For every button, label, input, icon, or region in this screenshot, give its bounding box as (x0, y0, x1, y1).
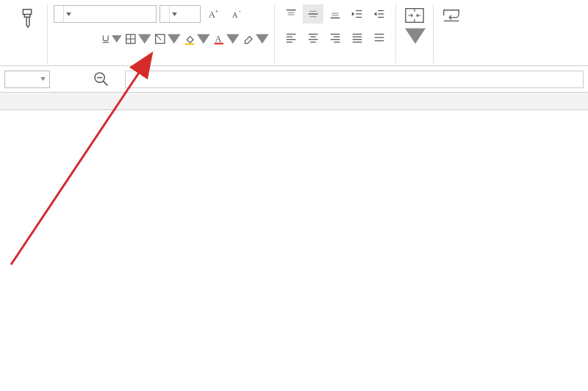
underline-button[interactable] (101, 29, 121, 49)
formula-input[interactable] (125, 71, 584, 88)
distribute-button[interactable] (369, 28, 390, 47)
svg-text:A: A (215, 34, 222, 44)
font-name-dropdown-icon (63, 6, 74, 22)
formula-bar (0, 66, 588, 93)
bold-button[interactable] (54, 29, 74, 49)
svg-text:A: A (209, 10, 215, 20)
align-middle-icon (306, 7, 320, 21)
svg-rect-9 (185, 43, 194, 45)
group-merge (396, 4, 434, 63)
name-box-dropdown-icon (37, 77, 48, 81)
paintbrush-icon (16, 7, 38, 29)
decrease-font-button[interactable]: A - (227, 4, 248, 24)
increase-indent-button[interactable] (369, 4, 390, 24)
svg-text:A: A (232, 10, 238, 19)
chevron-down-icon (168, 32, 181, 46)
align-bottom-icon (329, 7, 342, 21)
chevron-down-icon (112, 32, 122, 46)
borders-button[interactable] (124, 29, 151, 49)
eraser-button[interactable] (242, 29, 268, 49)
svg-text:+: + (215, 8, 218, 15)
wrap-text-icon (441, 6, 462, 25)
cell-style-icon (154, 32, 167, 46)
group-clipboard (7, 4, 48, 63)
decrease-font-icon: A - (231, 7, 244, 21)
align-right-icon (329, 31, 342, 44)
align-bottom-button[interactable] (325, 4, 345, 24)
chevron-down-icon (197, 32, 210, 46)
italic-button[interactable] (77, 29, 98, 49)
align-top-button[interactable] (281, 4, 301, 24)
group-wrap (434, 4, 469, 63)
borders-icon (124, 32, 137, 46)
chevron-down-icon (256, 32, 269, 46)
svg-text:-: - (239, 7, 241, 15)
underline-icon (101, 32, 111, 46)
chevron-down-icon (405, 26, 426, 46)
font-size-combo[interactable] (159, 5, 201, 23)
increase-font-icon: A + (207, 7, 220, 21)
fill-color-icon (183, 32, 196, 46)
align-center-icon (306, 31, 320, 44)
name-box[interactable] (4, 71, 50, 88)
merge-center-button[interactable] (401, 4, 429, 47)
align-top-icon (284, 7, 298, 21)
decrease-indent-button[interactable] (347, 4, 368, 24)
chevron-down-icon (226, 32, 240, 46)
align-left-icon (284, 31, 298, 44)
svg-line-52 (103, 81, 107, 85)
font-color-icon: A (212, 32, 226, 46)
distribute-icon (373, 31, 386, 44)
chevron-down-icon (138, 32, 151, 46)
merge-center-icon (404, 6, 425, 25)
increase-indent-icon (373, 7, 386, 21)
format-painter-button[interactable] (12, 4, 43, 34)
align-center-button[interactable] (303, 28, 323, 47)
font-color-button[interactable]: A (212, 29, 239, 49)
font-size-dropdown-icon (169, 6, 179, 22)
align-left-button[interactable] (281, 28, 301, 47)
svg-rect-11 (215, 43, 223, 44)
fill-color-button[interactable] (183, 29, 209, 49)
increase-font-button[interactable]: A + (204, 4, 224, 24)
align-middle-button[interactable] (303, 4, 323, 24)
group-font: A + A - (48, 4, 275, 63)
spreadsheet-grid (0, 93, 588, 391)
group-alignment (275, 4, 396, 63)
justify-icon (351, 31, 364, 44)
zoom-out-icon (93, 71, 110, 88)
eraser-icon (242, 32, 255, 46)
wrap-text-button[interactable] (438, 4, 465, 28)
zoom-out-button[interactable] (93, 71, 110, 88)
ribbon: A + A - (0, 0, 588, 66)
font-name-combo[interactable] (54, 5, 157, 23)
decrease-indent-icon (351, 7, 364, 21)
align-right-button[interactable] (325, 28, 345, 47)
cell-style-button[interactable] (154, 29, 180, 49)
justify-button[interactable] (347, 28, 368, 47)
